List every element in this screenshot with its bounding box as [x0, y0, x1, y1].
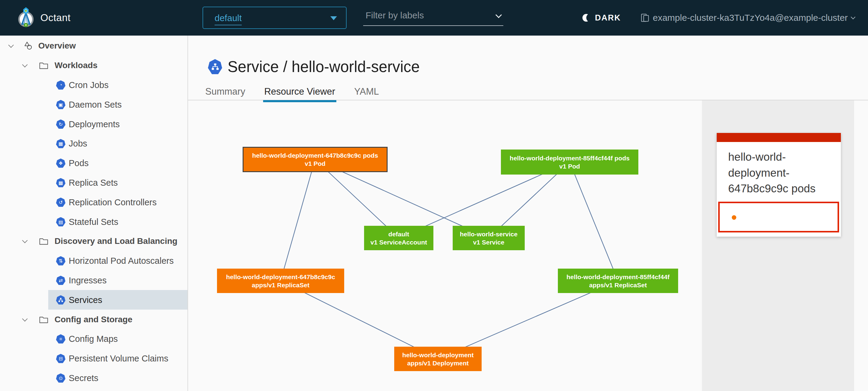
sidebar-item-label: Deployments [69, 119, 120, 129]
context-switcher[interactable]: example-cluster-ka3TuTzYo4a@example-clus… [640, 0, 855, 36]
node-subtitle: v1 Service [473, 238, 504, 246]
sidebar-item-workloads[interactable]: Workloads [0, 56, 187, 76]
folder-icon [38, 61, 49, 70]
sidebar-item-label: Horizontal Pod Autoscalers [69, 256, 174, 266]
node-subtitle: apps/v1 ReplicaSet [589, 281, 647, 289]
sidebar-item-label: Replica Sets [69, 178, 118, 187]
theme-toggle-label: DARK [595, 13, 621, 23]
sidebar-item-pods[interactable]: ❖Pods [0, 153, 187, 173]
chevron-down-icon[interactable] [22, 62, 27, 67]
folder-icon [38, 315, 49, 324]
service-icon [208, 59, 222, 74]
sidebar-item-label: Services [69, 295, 102, 305]
ingress-icon: ⇄ [56, 275, 65, 285]
app-header: Octant default DARK example-cluster-ka3T… [0, 0, 868, 36]
node-label: hello-world-service [460, 230, 518, 238]
sidebar-item-secrets[interactable]: ⊙Secrets [0, 368, 187, 388]
namespace-select-value: default [215, 11, 242, 25]
detail-status-box [718, 202, 839, 233]
graph-node-sa[interactable]: defaultv1 ServiceAccount [364, 226, 433, 250]
sidebar-item-label: Ingresses [69, 275, 107, 285]
sidebar-item-label: Replication Controllers [69, 197, 157, 207]
daemonset-icon: ▣ [56, 100, 65, 109]
tab-summary[interactable]: Summary [205, 86, 245, 100]
sidebar-item-cron-jobs[interactable]: ◔Cron Jobs [0, 76, 187, 95]
sidebar-item-stateful-sets[interactable]: ▤Stateful Sets [0, 212, 187, 232]
sidebar-item-persistent-volume-claims[interactable]: ⊟Persistent Volume Claims [0, 349, 187, 368]
resource-detail-card[interactable]: hello-world-deployment-647b8c9c9c pods [717, 133, 841, 237]
sidebar-item-horizontal-pod-autoscalers[interactable]: ⇅Horizontal Pod Autoscalers [0, 251, 187, 271]
sidebar-item-discovery-and-load-balancing[interactable]: Discovery and Load Balancing [0, 232, 187, 251]
page-title: Service / hello-world-service [227, 58, 420, 76]
pod-icon: ❖ [56, 158, 65, 168]
replicaset-icon: ▩ [56, 178, 65, 187]
sidebar-item-label: Overview [38, 41, 76, 51]
sidebar-item-config-maps[interactable]: ≡Config Maps [0, 329, 187, 349]
label-filter [363, 7, 503, 26]
sidebar-item-replication-controllers[interactable]: ↺Replication Controllers [0, 192, 187, 212]
node-subtitle: v1 Pod [559, 162, 580, 170]
deployment-icon: ↻ [56, 119, 65, 129]
chevron-down-icon [851, 14, 856, 19]
node-subtitle: apps/v1 ReplicaSet [252, 281, 309, 289]
app-title: Octant [40, 0, 70, 36]
statefulset-icon: ▤ [56, 217, 65, 227]
sidebar-item-jobs[interactable]: ▦Jobs [0, 134, 187, 153]
sidebar-item-label: Daemon Sets [69, 99, 122, 110]
tab-resource-viewer[interactable]: Resource Viewer [264, 86, 335, 100]
graph-node-pod-a[interactable]: hello-world-deployment-647b8c9c9c podsv1… [243, 147, 388, 172]
node-subtitle: v1 ServiceAccount [370, 238, 427, 246]
sidebar-item-label: Jobs [69, 139, 87, 149]
graph-node-dep[interactable]: hello-world-deploymentapps/v1 Deployment [394, 347, 482, 371]
sidebar-item-label: Discovery and Load Balancing [55, 236, 178, 246]
octant-logo-icon [18, 6, 34, 29]
page-title-row: Service / hello-world-service [208, 58, 420, 76]
replicationcontroller-icon: ↺ [56, 198, 65, 207]
caret-down-icon [330, 16, 337, 20]
detail-panel: hello-world-deployment-647b8c9c9c pods [702, 100, 854, 391]
job-icon: ▦ [56, 139, 65, 148]
context-label: example-cluster-ka3TuTzYo4a@example-clus… [653, 13, 848, 23]
configmap-icon: ≡ [56, 334, 65, 344]
node-label: hello-world-deployment-85ff4cf44f pods [510, 154, 629, 162]
tab-yaml[interactable]: YAML [354, 86, 379, 100]
sidebar-item-label: Cron Jobs [69, 80, 108, 90]
sidebar-item-label: Stateful Sets [69, 217, 118, 227]
sidebar-item-services[interactable]: Services [0, 290, 187, 310]
hpa-icon: ⇅ [56, 256, 65, 266]
chevron-down-icon[interactable] [8, 42, 13, 48]
sidebar-item-overview[interactable]: Overview [0, 36, 187, 56]
node-label: hello-world-deployment-647b8c9c9c [226, 273, 335, 281]
folder-icon [38, 237, 49, 246]
node-label: hello-world-deployment-85ff4cf44f [567, 273, 670, 281]
sidebar-item-replica-sets[interactable]: ▩Replica Sets [0, 173, 187, 193]
theme-toggle-button[interactable]: DARK [582, 0, 621, 36]
sidebar-item-ingresses[interactable]: ⇄Ingresses [0, 271, 187, 290]
graph-node-rs-a[interactable]: hello-world-deployment-647b8c9c9capps/v1… [217, 269, 344, 293]
chevron-down-icon[interactable] [22, 316, 27, 321]
sidebar-item-deployments[interactable]: ↻Deployments [0, 114, 187, 134]
cronjob-icon: ◔ [56, 80, 65, 90]
sidebar-item-daemon-sets[interactable]: ▣Daemon Sets [0, 95, 187, 114]
node-subtitle: v1 Pod [305, 159, 326, 168]
secret-icon: ⊙ [56, 373, 65, 383]
label-filter-input[interactable] [363, 7, 503, 26]
applications-icon [23, 41, 33, 51]
sidebar-item-config-and-storage[interactable]: Config and Storage [0, 310, 187, 329]
node-label: hello-world-deployment [402, 351, 474, 359]
octant-app: { "colors": { "header_bg": "#0f2430", "a… [0, 0, 868, 391]
sidebar-item-label: Config Maps [69, 334, 118, 344]
pvc-icon: ⊟ [56, 354, 65, 363]
sidebar-item-label: Persistent Volume Claims [69, 354, 168, 364]
namespace-select[interactable]: default [203, 7, 347, 29]
sidebar-item-label: Pods [69, 158, 89, 168]
warning-dot-icon [732, 215, 736, 220]
node-label: hello-world-deployment-647b8c9c9c pods [252, 151, 378, 159]
sidebar: OverviewWorkloads◔Cron Jobs▣Daemon Sets↻… [0, 36, 188, 391]
sidebar-item-label: Workloads [55, 61, 98, 70]
graph-node-pod-b[interactable]: hello-world-deployment-85ff4cf44f podsv1… [501, 150, 638, 175]
chevron-down-icon[interactable] [22, 238, 27, 243]
graph-node-svc[interactable]: hello-world-servicev1 Service [453, 226, 525, 250]
detail-title: hello-world-deployment-647b8c9c9c pods [717, 142, 841, 202]
graph-node-rs-b[interactable]: hello-world-deployment-85ff4cf44fapps/v1… [558, 269, 678, 293]
